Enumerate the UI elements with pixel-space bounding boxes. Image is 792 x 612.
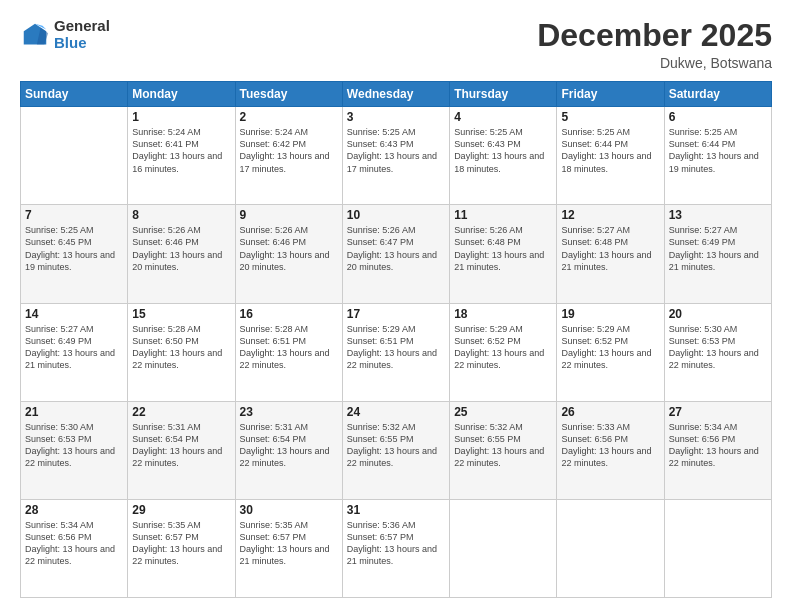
calendar-cell: 22 Sunrise: 5:31 AMSunset: 6:54 PMDaylig… <box>128 401 235 499</box>
calendar-cell: 8 Sunrise: 5:26 AMSunset: 6:46 PMDayligh… <box>128 205 235 303</box>
col-friday: Friday <box>557 82 664 107</box>
cell-date: 5 <box>561 110 659 124</box>
cell-date: 19 <box>561 307 659 321</box>
col-monday: Monday <box>128 82 235 107</box>
cell-info: Sunrise: 5:25 AMSunset: 6:45 PMDaylight:… <box>25 225 115 271</box>
cell-date: 12 <box>561 208 659 222</box>
calendar-cell: 28 Sunrise: 5:34 AMSunset: 6:56 PMDaylig… <box>21 499 128 597</box>
cell-info: Sunrise: 5:25 AMSunset: 6:43 PMDaylight:… <box>347 127 437 173</box>
cell-info: Sunrise: 5:28 AMSunset: 6:51 PMDaylight:… <box>240 324 330 370</box>
cell-date: 30 <box>240 503 338 517</box>
calendar-week-row-1: 7 Sunrise: 5:25 AMSunset: 6:45 PMDayligh… <box>21 205 772 303</box>
calendar-cell: 14 Sunrise: 5:27 AMSunset: 6:49 PMDaylig… <box>21 303 128 401</box>
calendar-table: Sunday Monday Tuesday Wednesday Thursday… <box>20 81 772 598</box>
calendar-week-row-2: 14 Sunrise: 5:27 AMSunset: 6:49 PMDaylig… <box>21 303 772 401</box>
cell-date: 3 <box>347 110 445 124</box>
calendar-cell: 10 Sunrise: 5:26 AMSunset: 6:47 PMDaylig… <box>342 205 449 303</box>
cell-info: Sunrise: 5:35 AMSunset: 6:57 PMDaylight:… <box>240 520 330 566</box>
cell-info: Sunrise: 5:31 AMSunset: 6:54 PMDaylight:… <box>132 422 222 468</box>
cell-date: 13 <box>669 208 767 222</box>
calendar-week-row-4: 28 Sunrise: 5:34 AMSunset: 6:56 PMDaylig… <box>21 499 772 597</box>
calendar-cell: 24 Sunrise: 5:32 AMSunset: 6:55 PMDaylig… <box>342 401 449 499</box>
cell-date: 31 <box>347 503 445 517</box>
calendar-cell: 2 Sunrise: 5:24 AMSunset: 6:42 PMDayligh… <box>235 107 342 205</box>
calendar-cell: 6 Sunrise: 5:25 AMSunset: 6:44 PMDayligh… <box>664 107 771 205</box>
cell-info: Sunrise: 5:26 AMSunset: 6:48 PMDaylight:… <box>454 225 544 271</box>
cell-info: Sunrise: 5:26 AMSunset: 6:46 PMDaylight:… <box>240 225 330 271</box>
cell-date: 4 <box>454 110 552 124</box>
logo: General Blue <box>20 18 110 51</box>
cell-info: Sunrise: 5:27 AMSunset: 6:49 PMDaylight:… <box>25 324 115 370</box>
col-tuesday: Tuesday <box>235 82 342 107</box>
header: General Blue December 2025 Dukwe, Botswa… <box>20 18 772 71</box>
logo-text: General Blue <box>54 18 110 51</box>
calendar-cell: 13 Sunrise: 5:27 AMSunset: 6:49 PMDaylig… <box>664 205 771 303</box>
calendar-cell: 23 Sunrise: 5:31 AMSunset: 6:54 PMDaylig… <box>235 401 342 499</box>
logo-blue-label: Blue <box>54 35 110 52</box>
cell-info: Sunrise: 5:26 AMSunset: 6:46 PMDaylight:… <box>132 225 222 271</box>
cell-date: 1 <box>132 110 230 124</box>
calendar-cell: 15 Sunrise: 5:28 AMSunset: 6:50 PMDaylig… <box>128 303 235 401</box>
cell-info: Sunrise: 5:25 AMSunset: 6:44 PMDaylight:… <box>669 127 759 173</box>
calendar-cell: 27 Sunrise: 5:34 AMSunset: 6:56 PMDaylig… <box>664 401 771 499</box>
calendar-cell: 31 Sunrise: 5:36 AMSunset: 6:57 PMDaylig… <box>342 499 449 597</box>
cell-date: 28 <box>25 503 123 517</box>
calendar-cell: 1 Sunrise: 5:24 AMSunset: 6:41 PMDayligh… <box>128 107 235 205</box>
cell-info: Sunrise: 5:25 AMSunset: 6:43 PMDaylight:… <box>454 127 544 173</box>
cell-info: Sunrise: 5:29 AMSunset: 6:52 PMDaylight:… <box>454 324 544 370</box>
cell-info: Sunrise: 5:33 AMSunset: 6:56 PMDaylight:… <box>561 422 651 468</box>
cell-info: Sunrise: 5:34 AMSunset: 6:56 PMDaylight:… <box>669 422 759 468</box>
col-thursday: Thursday <box>450 82 557 107</box>
cell-date: 26 <box>561 405 659 419</box>
cell-date: 15 <box>132 307 230 321</box>
cell-date: 16 <box>240 307 338 321</box>
cell-date: 23 <box>240 405 338 419</box>
cell-date: 22 <box>132 405 230 419</box>
cell-info: Sunrise: 5:35 AMSunset: 6:57 PMDaylight:… <box>132 520 222 566</box>
cell-date: 29 <box>132 503 230 517</box>
col-sunday: Sunday <box>21 82 128 107</box>
cell-info: Sunrise: 5:30 AMSunset: 6:53 PMDaylight:… <box>669 324 759 370</box>
calendar-cell: 25 Sunrise: 5:32 AMSunset: 6:55 PMDaylig… <box>450 401 557 499</box>
cell-date: 7 <box>25 208 123 222</box>
calendar-cell: 17 Sunrise: 5:29 AMSunset: 6:51 PMDaylig… <box>342 303 449 401</box>
cell-info: Sunrise: 5:26 AMSunset: 6:47 PMDaylight:… <box>347 225 437 271</box>
cell-date: 9 <box>240 208 338 222</box>
page: General Blue December 2025 Dukwe, Botswa… <box>0 0 792 612</box>
logo-icon <box>20 20 50 50</box>
calendar-cell: 11 Sunrise: 5:26 AMSunset: 6:48 PMDaylig… <box>450 205 557 303</box>
cell-date: 17 <box>347 307 445 321</box>
calendar-cell: 21 Sunrise: 5:30 AMSunset: 6:53 PMDaylig… <box>21 401 128 499</box>
cell-info: Sunrise: 5:25 AMSunset: 6:44 PMDaylight:… <box>561 127 651 173</box>
calendar-cell: 7 Sunrise: 5:25 AMSunset: 6:45 PMDayligh… <box>21 205 128 303</box>
cell-date: 25 <box>454 405 552 419</box>
calendar-cell <box>450 499 557 597</box>
calendar-cell: 3 Sunrise: 5:25 AMSunset: 6:43 PMDayligh… <box>342 107 449 205</box>
cell-date: 10 <box>347 208 445 222</box>
cell-date: 24 <box>347 405 445 419</box>
cell-info: Sunrise: 5:29 AMSunset: 6:51 PMDaylight:… <box>347 324 437 370</box>
calendar-cell: 19 Sunrise: 5:29 AMSunset: 6:52 PMDaylig… <box>557 303 664 401</box>
cell-date: 27 <box>669 405 767 419</box>
calendar-week-row-3: 21 Sunrise: 5:30 AMSunset: 6:53 PMDaylig… <box>21 401 772 499</box>
cell-date: 8 <box>132 208 230 222</box>
calendar-header-row: Sunday Monday Tuesday Wednesday Thursday… <box>21 82 772 107</box>
cell-date: 6 <box>669 110 767 124</box>
cell-info: Sunrise: 5:24 AMSunset: 6:41 PMDaylight:… <box>132 127 222 173</box>
calendar-cell: 9 Sunrise: 5:26 AMSunset: 6:46 PMDayligh… <box>235 205 342 303</box>
cell-info: Sunrise: 5:32 AMSunset: 6:55 PMDaylight:… <box>347 422 437 468</box>
logo-general-label: General <box>54 18 110 35</box>
cell-info: Sunrise: 5:24 AMSunset: 6:42 PMDaylight:… <box>240 127 330 173</box>
calendar-cell: 4 Sunrise: 5:25 AMSunset: 6:43 PMDayligh… <box>450 107 557 205</box>
cell-info: Sunrise: 5:30 AMSunset: 6:53 PMDaylight:… <box>25 422 115 468</box>
cell-info: Sunrise: 5:29 AMSunset: 6:52 PMDaylight:… <box>561 324 651 370</box>
calendar-cell: 18 Sunrise: 5:29 AMSunset: 6:52 PMDaylig… <box>450 303 557 401</box>
main-title: December 2025 <box>537 18 772 53</box>
calendar-cell: 30 Sunrise: 5:35 AMSunset: 6:57 PMDaylig… <box>235 499 342 597</box>
col-saturday: Saturday <box>664 82 771 107</box>
cell-info: Sunrise: 5:36 AMSunset: 6:57 PMDaylight:… <box>347 520 437 566</box>
calendar-cell <box>21 107 128 205</box>
col-wednesday: Wednesday <box>342 82 449 107</box>
cell-info: Sunrise: 5:31 AMSunset: 6:54 PMDaylight:… <box>240 422 330 468</box>
calendar-cell: 16 Sunrise: 5:28 AMSunset: 6:51 PMDaylig… <box>235 303 342 401</box>
